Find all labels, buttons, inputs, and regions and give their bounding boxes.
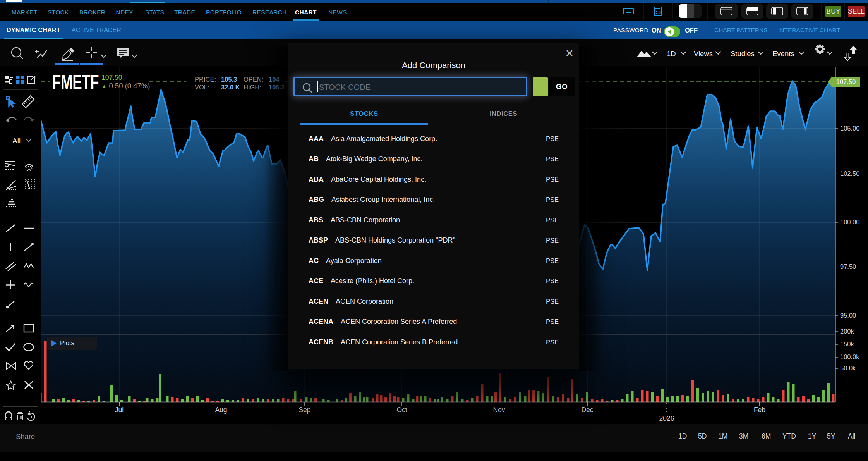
svg-text:100.00: 100.00	[840, 218, 859, 225]
svg-text:200k: 200k	[840, 328, 854, 335]
svg-text:2026: 2026	[659, 415, 674, 422]
svg-text:Plots: Plots	[60, 339, 74, 346]
svg-text:Feb: Feb	[754, 406, 765, 414]
svg-text:Sep: Sep	[298, 406, 310, 414]
svg-text:SELL: SELL	[848, 7, 865, 15]
svg-text:Oct: Oct	[396, 406, 407, 414]
svg-text:All: All	[12, 137, 21, 145]
svg-text:1D: 1D	[667, 50, 676, 58]
svg-text:97.50: 97.50	[840, 263, 856, 270]
svg-text:150k: 150k	[840, 341, 854, 347]
svg-text:Studies: Studies	[731, 50, 755, 58]
svg-text:Nov: Nov	[493, 406, 505, 414]
svg-text:Dec: Dec	[581, 406, 593, 414]
svg-text:Jul: Jul	[115, 406, 124, 414]
svg-text:105.00: 105.00	[840, 125, 859, 132]
svg-text:Events: Events	[772, 50, 794, 58]
svg-text:Views: Views	[694, 50, 713, 58]
svg-text:102.50: 102.50	[840, 170, 859, 177]
svg-text:Aug: Aug	[215, 406, 227, 414]
svg-text:95.00: 95.00	[840, 312, 856, 319]
svg-text:100.0k: 100.0k	[840, 353, 859, 360]
svg-text:BUY: BUY	[827, 7, 841, 15]
svg-text:107.50: 107.50	[836, 78, 856, 85]
svg-text:50.0k: 50.0k	[840, 365, 856, 372]
